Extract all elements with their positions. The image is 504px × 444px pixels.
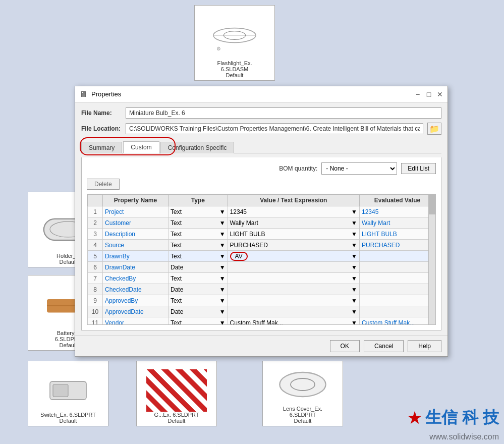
tabs-container: Summary Custom Configuration Specific bbox=[81, 139, 441, 153]
file-location-input[interactable] bbox=[126, 123, 423, 134]
property-type[interactable]: Date ▼ bbox=[169, 306, 228, 317]
tab-summary[interactable]: Summary bbox=[81, 142, 122, 153]
evaluated-value bbox=[360, 306, 435, 317]
property-value[interactable]: ▼ bbox=[228, 306, 359, 317]
table-row: 4SourceText ▼PURCHASED ▼PURCHASED bbox=[88, 240, 435, 251]
tab-content: BOM quantity: - None - Edit List Delete … bbox=[81, 157, 441, 330]
evaluated-value: PURCHASED bbox=[360, 240, 435, 251]
edit-list-button[interactable]: Edit List bbox=[401, 163, 436, 174]
cancel-button[interactable]: Cancel bbox=[364, 340, 404, 352]
property-name: Vendor bbox=[103, 317, 169, 325]
property-name: Project bbox=[103, 206, 169, 217]
table-controls: Delete bbox=[87, 179, 436, 190]
evaluated-value bbox=[360, 262, 435, 273]
switch-label: Switch_Ex. 6.SLDPRT Default bbox=[40, 412, 96, 424]
table-row: 7CheckedByText ▼▼ bbox=[88, 273, 435, 284]
switch-thumbnail bbox=[38, 369, 98, 412]
row-number: 2 bbox=[88, 217, 103, 229]
col-num bbox=[88, 195, 103, 206]
delete-button[interactable]: Delete bbox=[87, 179, 120, 190]
property-name: Source bbox=[103, 240, 169, 251]
property-type[interactable]: Text ▼ bbox=[169, 251, 228, 262]
property-type[interactable]: Text ▼ bbox=[169, 217, 228, 229]
bom-row: BOM quantity: - None - Edit List bbox=[87, 162, 436, 175]
flashlight-thumbnail: ⚙ ··· bbox=[204, 11, 265, 60]
row-number: 5 bbox=[88, 251, 103, 262]
col-eval: Evaluated Value bbox=[360, 195, 435, 206]
property-value[interactable]: PURCHASED ▼ bbox=[228, 240, 359, 251]
property-name: Customer bbox=[103, 217, 169, 229]
property-name: CheckedBy bbox=[103, 273, 169, 284]
evaluated-value bbox=[360, 295, 435, 306]
maximize-button[interactable]: □ bbox=[425, 91, 432, 98]
properties-table-scroll[interactable]: Property Name Type Value / Text Expressi… bbox=[87, 194, 436, 325]
property-type[interactable]: Text ▼ bbox=[169, 206, 228, 217]
property-type[interactable]: Date ▼ bbox=[169, 284, 228, 295]
property-value[interactable]: 12345 ▼ bbox=[228, 206, 359, 217]
property-name: DrawnDate bbox=[103, 262, 169, 273]
property-type[interactable]: Text ▼ bbox=[169, 295, 228, 306]
evaluated-value: LIGHT BULB bbox=[360, 229, 435, 240]
row-number: 9 bbox=[88, 295, 103, 306]
col-type: Type bbox=[169, 195, 228, 206]
evaluated-value bbox=[360, 284, 435, 295]
flashlight-component: ⚙ ··· Flashlight_Ex. 6.SLDASM Default bbox=[194, 5, 275, 81]
file-name-input[interactable] bbox=[126, 107, 441, 119]
table-row: 2CustomerText ▼Wally Mart ▼Wally Mart bbox=[88, 217, 435, 229]
help-button[interactable]: Help bbox=[408, 340, 441, 352]
evaluated-value: Custom Stuff Mak... bbox=[360, 317, 435, 325]
property-name: ApprovedDate bbox=[103, 306, 169, 317]
svg-text:···: ··· bbox=[241, 25, 244, 30]
table-row: 9ApprovedByText ▼▼ bbox=[88, 295, 435, 306]
table-row: 5DrawnByText ▼AV ▼ bbox=[88, 251, 435, 262]
property-value[interactable]: Custom Stuff Mak... ▼ bbox=[228, 317, 359, 325]
close-button[interactable]: ✕ bbox=[436, 91, 443, 98]
row-number: 11 bbox=[88, 317, 103, 325]
property-name: DrawnBy bbox=[103, 251, 169, 262]
property-type[interactable]: Text ▼ bbox=[169, 273, 228, 284]
property-value[interactable]: AV ▼ bbox=[228, 251, 359, 262]
watermark-url: www.solidwise.com bbox=[429, 432, 499, 441]
lens-thumbnail bbox=[272, 363, 333, 406]
minimize-button[interactable]: − bbox=[414, 91, 421, 98]
watermark: ★ 生信 科 技 bbox=[408, 407, 499, 429]
property-value[interactable]: ▼ bbox=[228, 262, 359, 273]
property-type[interactable]: Date ▼ bbox=[169, 262, 228, 273]
dialog-body: File Name: File Location: 📁 Summary Cust… bbox=[75, 102, 447, 336]
ok-button[interactable]: OK bbox=[330, 340, 360, 352]
bom-select[interactable]: - None - bbox=[321, 162, 397, 175]
property-type[interactable]: Text ▼ bbox=[169, 229, 228, 240]
property-value[interactable]: LIGHT BULB ▼ bbox=[228, 229, 359, 240]
red-label: G...Ex. 6.SLDPRT Default bbox=[154, 412, 199, 424]
red-thumbnail bbox=[146, 369, 207, 412]
tab-custom[interactable]: Custom bbox=[123, 141, 159, 153]
evaluated-value: Wally Mart bbox=[360, 217, 435, 229]
dialog-titlebar: 🖥 Properties − □ ✕ bbox=[75, 86, 447, 102]
file-location-row: File Location: 📁 bbox=[81, 123, 441, 135]
scrollbar[interactable] bbox=[428, 194, 435, 324]
property-name: ApprovedBy bbox=[103, 295, 169, 306]
property-type[interactable]: Text ▼ bbox=[169, 317, 228, 325]
property-value[interactable]: ▼ bbox=[228, 273, 359, 284]
tab-config[interactable]: Configuration Specific bbox=[160, 142, 235, 153]
row-number: 6 bbox=[88, 262, 103, 273]
property-type[interactable]: Text ▼ bbox=[169, 240, 228, 251]
tabs-bar: Summary Custom Configuration Specific bbox=[81, 141, 441, 153]
lens-component: Lens Cover_Ex. 6.SLDPRT Default bbox=[262, 361, 343, 426]
dialog-footer: OK Cancel Help bbox=[75, 336, 447, 356]
property-value[interactable]: ▼ bbox=[228, 284, 359, 295]
row-number: 1 bbox=[88, 206, 103, 217]
properties-dialog: 🖥 Properties − □ ✕ File Name: File Locat… bbox=[75, 86, 448, 357]
file-location-label: File Location: bbox=[81, 125, 122, 132]
scroll-thumb[interactable] bbox=[428, 194, 435, 214]
property-name: Description bbox=[103, 229, 169, 240]
file-name-row: File Name: bbox=[81, 107, 441, 119]
table-row: 10ApprovedDateDate ▼▼ bbox=[88, 306, 435, 317]
evaluated-value bbox=[360, 273, 435, 284]
property-value[interactable]: ▼ bbox=[228, 295, 359, 306]
evaluated-value bbox=[360, 251, 435, 262]
watermark-chinese: 生信 科 技 bbox=[425, 407, 499, 429]
lens-label: Lens Cover_Ex. 6.SLDPRT Default bbox=[283, 406, 322, 424]
property-value[interactable]: Wally Mart ▼ bbox=[228, 217, 359, 229]
browse-button[interactable]: 📁 bbox=[427, 123, 441, 135]
